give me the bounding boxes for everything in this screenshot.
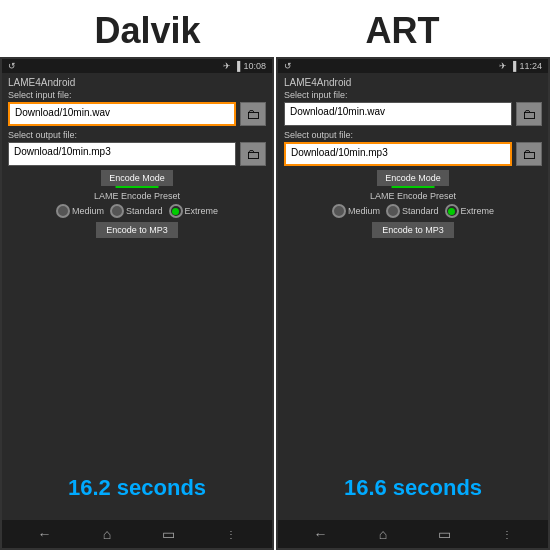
right-encode-btn-row: Encode to MP3 bbox=[284, 222, 542, 244]
left-radio-standard-label: Standard bbox=[126, 206, 163, 216]
right-status-bar: ↺ ✈ ▐ 11:24 bbox=[278, 59, 548, 73]
left-radio-extreme-circle bbox=[169, 204, 183, 218]
left-radio-standard[interactable]: Standard bbox=[110, 204, 163, 218]
header-row: Dalvik ART bbox=[0, 0, 550, 57]
left-airplane-icon: ✈ bbox=[223, 61, 231, 71]
left-preset-label: LAME Encode Preset bbox=[8, 191, 266, 201]
left-encode-btn-row: Encode to MP3 bbox=[8, 222, 266, 244]
right-app-content: LAME4Android Select input file: Download… bbox=[278, 73, 548, 520]
left-menu-icon[interactable]: ⋮ bbox=[226, 529, 236, 540]
left-output-folder-btn[interactable]: 🗀 bbox=[240, 142, 266, 166]
left-status-left: ↺ bbox=[8, 61, 16, 71]
right-input-folder-btn[interactable]: 🗀 bbox=[516, 102, 542, 126]
left-radio-standard-circle bbox=[110, 204, 124, 218]
left-output-row: Download/10min.mp3 🗀 bbox=[8, 142, 266, 166]
right-radio-row: Medium Standard Extreme bbox=[284, 204, 542, 218]
right-encode-mode-btn[interactable]: Encode Mode bbox=[377, 170, 449, 186]
right-output-label: Select output file: bbox=[284, 130, 542, 140]
left-app-content: LAME4Android Select input file: Download… bbox=[2, 73, 272, 520]
left-output-field[interactable]: Download/10min.mp3 bbox=[8, 142, 236, 166]
right-home-icon[interactable]: ⌂ bbox=[379, 526, 387, 542]
right-radio-extreme[interactable]: Extreme bbox=[445, 204, 495, 218]
right-radio-extreme-circle bbox=[445, 204, 459, 218]
left-input-folder-btn[interactable]: 🗀 bbox=[240, 102, 266, 126]
right-status-left: ↺ bbox=[284, 61, 292, 71]
left-input-label: Select input file: bbox=[8, 90, 266, 100]
dalvik-title: Dalvik bbox=[20, 10, 275, 52]
right-result: 16.6 seconds bbox=[284, 475, 542, 516]
right-radio-standard-circle bbox=[386, 204, 400, 218]
right-back-icon[interactable]: ← bbox=[314, 526, 328, 542]
left-output-label: Select output file: bbox=[8, 130, 266, 140]
left-home-icon[interactable]: ⌂ bbox=[103, 526, 111, 542]
left-radio-medium-circle bbox=[56, 204, 70, 218]
right-radio-medium-circle bbox=[332, 204, 346, 218]
left-status-icons: ✈ ▐ 10:08 bbox=[223, 61, 266, 71]
right-nav-bar: ← ⌂ ▭ ⋮ bbox=[278, 520, 548, 548]
left-signal-icon: ▐ bbox=[234, 61, 240, 71]
left-app-title: LAME4Android bbox=[8, 77, 266, 88]
right-phone: ↺ ✈ ▐ 11:24 LAME4Android Select input fi… bbox=[276, 57, 550, 550]
left-center-row: Encode Mode bbox=[8, 170, 266, 188]
left-radio-medium[interactable]: Medium bbox=[56, 204, 104, 218]
right-output-folder-btn[interactable]: 🗀 bbox=[516, 142, 542, 166]
right-input-row: Download/10min.wav 🗀 bbox=[284, 102, 542, 126]
right-signal-icon: ▐ bbox=[510, 61, 516, 71]
right-encode-btn[interactable]: Encode to MP3 bbox=[372, 222, 454, 238]
right-recent-icon[interactable]: ▭ bbox=[438, 526, 451, 542]
left-radio-extreme-label: Extreme bbox=[185, 206, 219, 216]
right-app-title: LAME4Android bbox=[284, 77, 542, 88]
left-phone: ↺ ✈ ▐ 10:08 LAME4Android Select input fi… bbox=[0, 57, 274, 550]
left-back-icon[interactable]: ← bbox=[38, 526, 52, 542]
right-center-row: Encode Mode bbox=[284, 170, 542, 188]
right-input-label: Select input file: bbox=[284, 90, 542, 100]
left-recent-icon[interactable]: ▭ bbox=[162, 526, 175, 542]
right-output-row: Download/10min.mp3 🗀 bbox=[284, 142, 542, 166]
left-radio-medium-label: Medium bbox=[72, 206, 104, 216]
right-radio-medium-label: Medium bbox=[348, 206, 380, 216]
left-encode-btn[interactable]: Encode to MP3 bbox=[96, 222, 178, 238]
left-radio-extreme[interactable]: Extreme bbox=[169, 204, 219, 218]
left-input-field[interactable]: Download/10min.wav bbox=[8, 102, 236, 126]
right-radio-medium[interactable]: Medium bbox=[332, 204, 380, 218]
left-radio-row: Medium Standard Extreme bbox=[8, 204, 266, 218]
right-airplane-icon: ✈ bbox=[499, 61, 507, 71]
right-radio-standard-label: Standard bbox=[402, 206, 439, 216]
right-radio-extreme-label: Extreme bbox=[461, 206, 495, 216]
right-time: 11:24 bbox=[519, 61, 542, 71]
page-container: Dalvik ART ↺ ✈ ▐ 10:08 LAME4Android Sele… bbox=[0, 0, 550, 550]
left-input-row: Download/10min.wav 🗀 bbox=[8, 102, 266, 126]
left-result: 16.2 seconds bbox=[8, 475, 266, 516]
right-output-field[interactable]: Download/10min.mp3 bbox=[284, 142, 512, 166]
left-time: 10:08 bbox=[243, 61, 266, 71]
left-status-bar: ↺ ✈ ▐ 10:08 bbox=[2, 59, 272, 73]
right-radio-standard[interactable]: Standard bbox=[386, 204, 439, 218]
right-menu-icon[interactable]: ⋮ bbox=[502, 529, 512, 540]
left-nav-bar: ← ⌂ ▭ ⋮ bbox=[2, 520, 272, 548]
left-encode-mode-btn[interactable]: Encode Mode bbox=[101, 170, 173, 186]
phones-row: ↺ ✈ ▐ 10:08 LAME4Android Select input fi… bbox=[0, 57, 550, 550]
right-preset-label: LAME Encode Preset bbox=[284, 191, 542, 201]
right-status-icons: ✈ ▐ 11:24 bbox=[499, 61, 542, 71]
right-input-field[interactable]: Download/10min.wav bbox=[284, 102, 512, 126]
art-title: ART bbox=[275, 10, 530, 52]
